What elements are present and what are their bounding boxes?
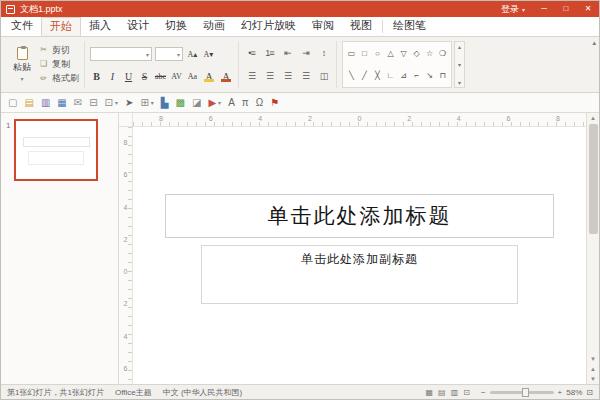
shapes-scroll-down-icon[interactable]: ▾ <box>455 61 464 68</box>
login-button[interactable]: 登录 <box>501 3 519 16</box>
fit-to-window-button[interactable]: ⊡ <box>586 388 593 397</box>
clear-format-button[interactable]: abc <box>154 72 167 81</box>
shape-triangle-down-icon[interactable]: ▽ <box>398 49 409 58</box>
normal-view-button[interactable]: ▦ <box>426 388 434 397</box>
tab-insert[interactable]: 插入 <box>81 17 119 36</box>
slideshow-view-button[interactable]: ⊡ <box>463 388 470 397</box>
change-case-button[interactable]: Aa <box>186 72 199 81</box>
shapes-more-icon[interactable]: ▾ <box>455 79 464 86</box>
tab-review[interactable]: 审阅 <box>304 17 342 36</box>
collapse-ribbon-button[interactable]: ▴ <box>592 39 596 47</box>
previous-slide-button[interactable]: ▲ <box>590 364 596 374</box>
scrollbar-thumb[interactable] <box>589 124 598 234</box>
paste-button[interactable]: 粘贴 ▾ <box>6 40 38 89</box>
insert-textbox-icon[interactable]: A <box>228 98 235 108</box>
shape-triangle-icon[interactable]: △ <box>385 49 396 58</box>
reading-view-button[interactable]: ▥ <box>451 388 459 397</box>
character-spacing-button[interactable]: AV <box>170 72 183 81</box>
shrink-font-button[interactable]: A▾ <box>202 50 215 59</box>
dropdown-caret-icon[interactable]: ▾ <box>151 99 154 106</box>
indent-increase-icon[interactable]: ⇥ <box>298 48 313 58</box>
zoom-slider[interactable] <box>490 391 554 394</box>
shape-diamond-icon[interactable]: ◇ <box>411 49 422 58</box>
font-color-button[interactable]: A <box>219 71 233 82</box>
language-label[interactable]: 中文 (中华人民共和国) <box>163 387 243 398</box>
flag-icon[interactable]: ⚑ <box>270 98 279 108</box>
shape-bracket-icon[interactable]: ⌐ <box>411 71 422 80</box>
insert-equation-icon[interactable]: π <box>242 98 249 108</box>
login-caret-icon[interactable]: ▾ <box>522 6 525 13</box>
save-icon[interactable]: ▥ <box>41 98 50 108</box>
indent-decrease-icon[interactable]: ⇤ <box>280 48 295 58</box>
grow-font-button[interactable]: A▴ <box>186 50 199 59</box>
minimize-button[interactable]: ─ <box>533 1 555 17</box>
align-right-icon[interactable]: ☰ <box>280 71 295 81</box>
slide-thumbnail[interactable] <box>14 119 98 181</box>
tab-file[interactable]: 文件 <box>3 17 41 36</box>
shape-circle-icon[interactable]: ❍ <box>437 49 448 58</box>
bullets-icon[interactable]: •≡ <box>244 48 259 58</box>
subtitle-placeholder[interactable]: 单击此处添加副标题 <box>201 245 518 304</box>
insert-chart-icon[interactable]: ▙ <box>161 98 169 108</box>
select-pointer-icon[interactable]: ➤ <box>125 98 133 108</box>
dropdown-caret-icon[interactable]: ▾ <box>115 99 118 106</box>
cut-button[interactable]: ✂ 剪切 <box>38 46 79 55</box>
insert-media-icon[interactable]: ▶ <box>208 98 216 108</box>
open-folder-icon[interactable]: ▤ <box>24 98 33 108</box>
shape-rectangle-icon[interactable]: ▭ <box>346 49 357 58</box>
shape-right-angle-icon[interactable]: ∟ <box>385 71 396 80</box>
align-left-icon[interactable]: ☰ <box>244 71 259 81</box>
format-painter-button[interactable]: ✏ 格式刷 <box>38 74 79 83</box>
shape-line-up-icon[interactable]: ╱ <box>359 71 370 80</box>
shape-line-icon[interactable]: ╲ <box>346 71 357 80</box>
export-icon[interactable]: ▦ <box>57 98 66 108</box>
close-button[interactable]: ✕ <box>577 1 599 17</box>
shape-ellipse-icon[interactable]: ○ <box>372 49 383 58</box>
zoom-slider-thumb[interactable] <box>522 388 529 397</box>
dropdown-caret-icon[interactable]: ▾ <box>218 99 221 106</box>
insert-table-icon[interactable]: ⊞ <box>140 98 148 108</box>
tab-transitions[interactable]: 切换 <box>157 17 195 36</box>
highlight-color-button[interactable]: A <box>202 71 216 82</box>
shapes-scroll-up-icon[interactable]: ▴ <box>455 43 464 50</box>
tab-slide-show[interactable]: 幻灯片放映 <box>233 17 304 36</box>
print-preview-icon[interactable]: ⊡ <box>105 98 113 108</box>
shape-cross-lines-icon[interactable]: ╳ <box>372 71 383 80</box>
shape-half-frame-icon[interactable]: ⊓ <box>437 71 448 80</box>
tab-animation[interactable]: 动画 <box>195 17 233 36</box>
slide-canvas[interactable]: 单击此处添加标题 单击此处添加副标题 <box>133 127 586 384</box>
align-center-icon[interactable]: ☰ <box>262 71 277 81</box>
numbering-icon[interactable]: 1≡ <box>262 48 277 58</box>
insert-screenshot-icon[interactable]: ◪ <box>192 98 201 108</box>
email-icon[interactable]: ✉ <box>74 98 82 108</box>
shape-square-icon[interactable]: □ <box>359 49 370 58</box>
tab-view[interactable]: 视图 <box>342 17 380 36</box>
justify-icon[interactable]: ☰ <box>298 71 313 81</box>
maximize-button[interactable]: □ <box>555 1 577 17</box>
slide-sorter-view-button[interactable]: ▤ <box>438 388 446 397</box>
scroll-up-icon[interactable]: ▴ <box>591 113 595 123</box>
new-file-icon[interactable]: ▢ <box>8 98 17 108</box>
bold-button[interactable]: B <box>90 71 103 82</box>
insert-symbol-icon[interactable]: Ω <box>256 98 263 108</box>
tab-home[interactable]: 开始 <box>41 17 81 36</box>
italic-button[interactable]: I <box>106 71 119 82</box>
shape-star-icon[interactable]: ☆ <box>424 49 435 58</box>
line-spacing-icon[interactable]: ↕ <box>316 48 331 58</box>
font-name-select[interactable]: ▾ <box>90 47 152 61</box>
columns-icon[interactable]: ◫ <box>316 71 331 81</box>
tab-drawing-pen[interactable]: 绘图笔 <box>385 17 434 36</box>
shape-right-triangle-icon[interactable]: ⊿ <box>398 71 409 80</box>
underline-button[interactable]: U <box>122 71 135 82</box>
shape-arrow-icon[interactable]: ↘ <box>424 71 435 80</box>
insert-image-icon[interactable]: ▩ <box>176 98 185 108</box>
copy-button[interactable]: ❏ 复制 <box>38 60 79 69</box>
tab-design[interactable]: 设计 <box>119 17 157 36</box>
zoom-in-button[interactable]: + <box>558 388 563 397</box>
vertical-scrollbar[interactable]: ▴ ▾ ▲ ▼ <box>586 113 599 384</box>
strikethrough-button[interactable]: S <box>138 71 151 82</box>
zoom-value[interactable]: 58% <box>566 388 582 397</box>
title-placeholder[interactable]: 单击此处添加标题 <box>165 194 555 238</box>
font-size-select[interactable]: ▾ <box>155 47 183 61</box>
scroll-down-icon[interactable]: ▾ <box>591 354 595 364</box>
